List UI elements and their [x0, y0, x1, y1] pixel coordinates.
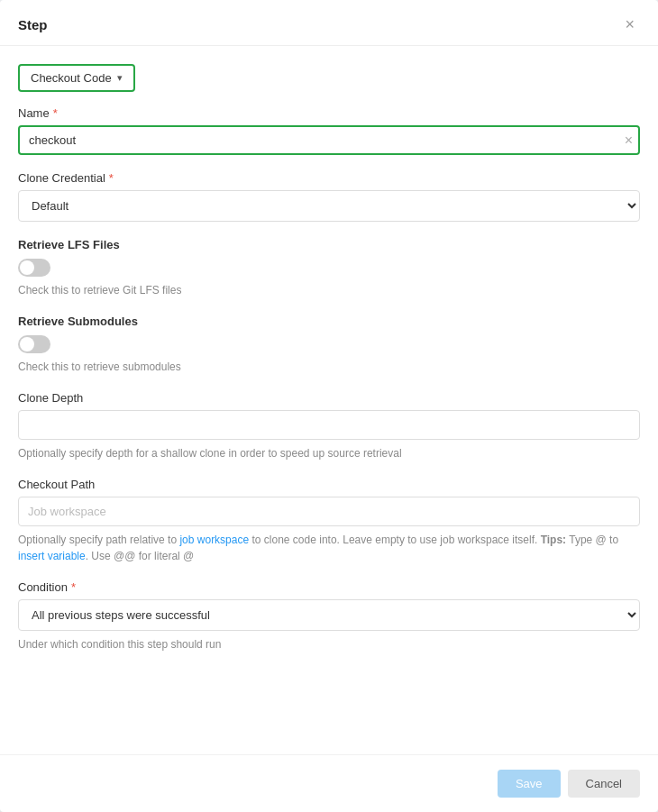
checkout-path-field-group: Checkout Path Optionally specify path re…: [18, 478, 640, 564]
save-button[interactable]: Save: [498, 770, 561, 798]
retrieve-lfs-slider: [18, 259, 50, 277]
checkout-path-hint: Optionally specify path relative to job …: [18, 532, 640, 564]
step-dialog: Step × Checkout Code ▾ Name * × Clone Cr…: [0, 0, 658, 812]
condition-hint: Under which condition this step should r…: [18, 636, 640, 652]
clone-credential-label: Clone Credential *: [18, 171, 640, 185]
clone-depth-input[interactable]: [18, 410, 640, 440]
retrieve-submodules-title: Retrieve Submodules: [18, 315, 640, 328]
clone-credential-required-star: *: [109, 171, 114, 185]
clone-depth-label: Clone Depth: [18, 391, 640, 405]
name-clear-button[interactable]: ×: [625, 133, 633, 148]
checkout-path-hint-prefix: Optionally specify path relative to: [18, 534, 179, 546]
checkout-path-tip-detail: Type @ to: [566, 534, 618, 546]
condition-field-group: Condition * All previous steps were succ…: [18, 580, 640, 652]
cancel-button[interactable]: Cancel: [568, 770, 640, 798]
condition-label: Condition *: [18, 580, 640, 594]
clone-depth-field-group: Clone Depth Optionally specify depth for…: [18, 391, 640, 461]
step-type-dropdown[interactable]: Checkout Code ▾: [18, 64, 135, 92]
insert-variable-link[interactable]: insert variable: [18, 550, 86, 562]
retrieve-lfs-field-group: Retrieve LFS Files Check this to retriev…: [18, 238, 640, 298]
dialog-body: Checkout Code ▾ Name * × Clone Credentia…: [0, 46, 658, 754]
clone-credential-field-group: Clone Credential * Default: [18, 171, 640, 222]
step-type-label: Checkout Code: [31, 71, 112, 85]
retrieve-submodules-toggle-wrapper: [18, 335, 640, 353]
retrieve-lfs-hint: Check this to retrieve Git LFS files: [18, 282, 640, 298]
clone-depth-hint: Optionally specify depth for a shallow c…: [18, 445, 640, 461]
retrieve-lfs-title: Retrieve LFS Files: [18, 238, 640, 251]
retrieve-submodules-hint: Check this to retrieve submodules: [18, 359, 640, 375]
name-label: Name *: [18, 106, 640, 120]
name-required-star: *: [53, 106, 58, 120]
retrieve-submodules-toggle[interactable]: [18, 335, 50, 353]
checkout-path-suffix: . Use @@ for literal @: [86, 550, 195, 562]
retrieve-submodules-field-group: Retrieve Submodules Check this to retrie…: [18, 315, 640, 375]
name-field-group: Name * ×: [18, 106, 640, 155]
clone-credential-select[interactable]: Default: [18, 190, 640, 222]
retrieve-lfs-toggle-wrapper: [18, 259, 640, 277]
condition-select[interactable]: All previous steps were successful: [18, 599, 640, 631]
dialog-footer: Save Cancel: [0, 754, 658, 812]
dialog-header: Step ×: [0, 0, 658, 46]
name-input[interactable]: [18, 125, 640, 155]
retrieve-submodules-slider: [18, 335, 50, 353]
condition-required-star: *: [71, 580, 76, 594]
checkout-path-input[interactable]: [18, 497, 640, 526]
checkout-path-hint-middle: to clone code into. Leave empty to use j…: [249, 534, 541, 546]
job-workspace-link[interactable]: job workspace: [179, 534, 249, 546]
checkout-path-label: Checkout Path: [18, 478, 640, 491]
name-input-wrapper: ×: [18, 125, 640, 155]
close-button[interactable]: ×: [619, 14, 640, 34]
dialog-title: Step: [18, 17, 48, 32]
checkout-path-tips: Tips:: [541, 534, 566, 546]
retrieve-lfs-toggle[interactable]: [18, 259, 50, 277]
chevron-down-icon: ▾: [117, 72, 123, 84]
